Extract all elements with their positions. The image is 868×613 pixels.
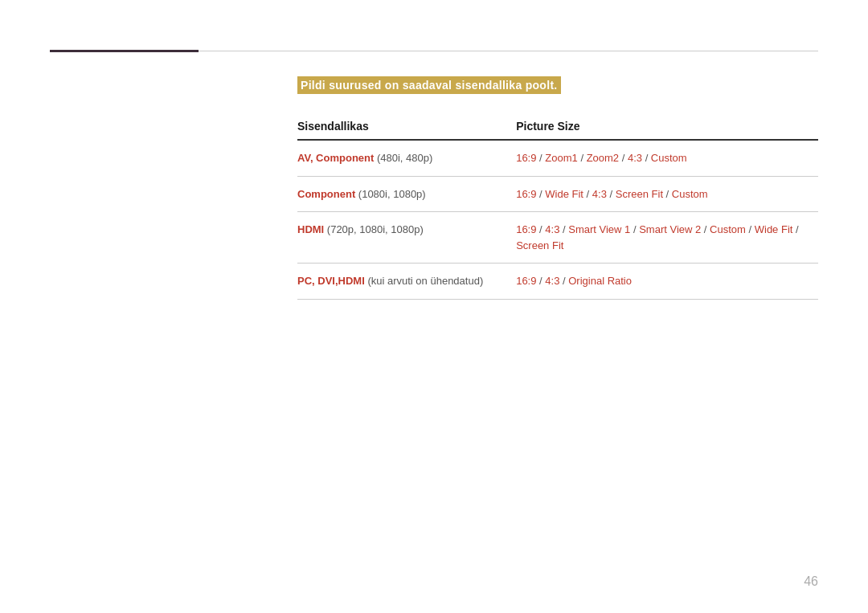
source-name: HDMI: [297, 223, 324, 235]
main-content: Pildi suurused on saadaval sisendallika …: [297, 76, 818, 300]
size-cell: 16:9 / Zoom1 / Zoom2 / 4:3 / Custom: [516, 140, 818, 176]
size-cell: 16:9 / 4:3 / Original Ratio: [516, 264, 818, 300]
col-header-source: Sisendallikas: [297, 113, 516, 140]
size-highlight: Smart View 2: [639, 223, 701, 235]
page-number: 46: [804, 574, 818, 589]
size-highlight: Zoom1: [545, 152, 577, 164]
size-separator: /: [746, 223, 755, 235]
size-highlight: Screen Fit: [516, 239, 563, 251]
size-separator: /: [642, 152, 651, 164]
size-highlight: Wide Fit: [545, 188, 583, 200]
size-highlight: Custom: [651, 152, 687, 164]
table-row: Component (1080i, 1080p)16:9 / Wide Fit …: [297, 176, 818, 212]
col-header-size: Picture Size: [516, 113, 818, 140]
size-highlight: Original Ratio: [568, 275, 632, 287]
source-detail: (1080i, 1080p): [355, 188, 425, 200]
size-highlight: Wide Fit: [755, 223, 793, 235]
table-row: PC, DVI,HDMI (kui arvuti on ühendatud)16…: [297, 264, 818, 300]
size-separator: /: [663, 188, 672, 200]
source-cell: HDMI (720p, 1080i, 1080p): [297, 212, 516, 264]
table-row: AV, Component (480i, 480p)16:9 / Zoom1 /…: [297, 140, 818, 176]
size-separator: /: [536, 223, 545, 235]
size-separator: /: [701, 223, 710, 235]
size-highlight: 4:3: [592, 188, 607, 200]
size-highlight: Zoom2: [587, 152, 619, 164]
source-detail: (720p, 1080i, 1080p): [324, 223, 424, 235]
page-title: Pildi suurused on saadaval sisendallika …: [301, 79, 558, 92]
size-highlight: Custom: [672, 188, 708, 200]
size-separator: /: [583, 188, 592, 200]
source-detail: (kui arvuti on ühendatud): [365, 275, 483, 287]
source-detail: (480i, 480p): [374, 152, 432, 164]
size-separator: /: [536, 275, 545, 287]
size-separator: /: [559, 223, 568, 235]
size-separator: /: [607, 188, 616, 200]
picture-table: Sisendallikas Picture Size AV, Component…: [297, 113, 818, 300]
size-highlight: Screen Fit: [616, 188, 663, 200]
size-highlight: 16:9: [516, 223, 536, 235]
table-row: HDMI (720p, 1080i, 1080p)16:9 / 4:3 / Sm…: [297, 212, 818, 264]
size-cell: 16:9 / Wide Fit / 4:3 / Screen Fit / Cus…: [516, 176, 818, 212]
size-highlight: 4:3: [545, 223, 559, 235]
top-lines: [0, 50, 868, 52]
source-name: AV, Component: [297, 152, 374, 164]
size-highlight: Custom: [710, 223, 746, 235]
table-header-row: Sisendallikas Picture Size: [297, 113, 818, 140]
size-separator: /: [630, 223, 639, 235]
size-highlight: 16:9: [516, 275, 536, 287]
source-cell: Component (1080i, 1080p): [297, 176, 516, 212]
size-highlight: 4:3: [628, 152, 642, 164]
page-container: Pildi suurused on saadaval sisendallika …: [0, 0, 868, 613]
source-cell: PC, DVI,HDMI (kui arvuti on ühendatud): [297, 264, 516, 300]
size-highlight: 16:9: [516, 152, 536, 164]
size-separator: /: [536, 152, 545, 164]
source-cell: AV, Component (480i, 480p): [297, 140, 516, 176]
top-line-dark: [50, 50, 199, 52]
size-cell: 16:9 / 4:3 / Smart View 1 / Smart View 2…: [516, 212, 818, 264]
size-highlight: 4:3: [545, 275, 559, 287]
size-separator: /: [559, 275, 568, 287]
size-separator: /: [792, 223, 798, 235]
size-separator: /: [578, 152, 587, 164]
source-name: Component: [297, 188, 355, 200]
top-line-light: [199, 51, 818, 51]
size-highlight: 16:9: [516, 188, 536, 200]
source-name: PC, DVI,HDMI: [297, 275, 365, 287]
size-highlight: Smart View 1: [568, 223, 630, 235]
size-separator: /: [619, 152, 628, 164]
size-separator: /: [536, 188, 545, 200]
title-highlight: Pildi suurused on saadaval sisendallika …: [297, 76, 561, 94]
